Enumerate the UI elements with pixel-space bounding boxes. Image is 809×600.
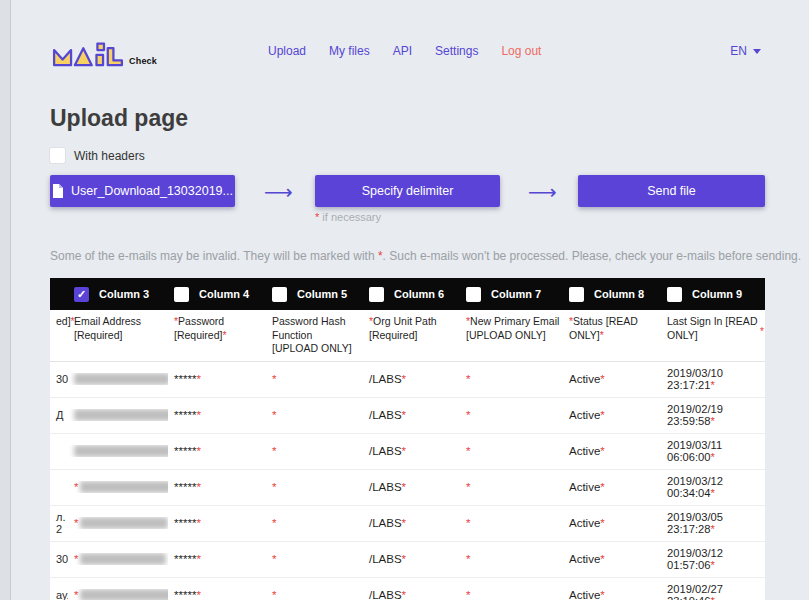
nav-item-api[interactable]: API (393, 44, 412, 58)
send-file-button[interactable]: Send file (578, 175, 765, 207)
required-asterisk: * (402, 373, 406, 385)
required-asterisk: * (466, 481, 470, 493)
nav-item-settings[interactable]: Settings (435, 44, 478, 58)
column-checkbox[interactable] (569, 287, 584, 302)
mail-logo-icon (50, 36, 126, 68)
password-cell: ****** (168, 445, 266, 457)
nav-item-logout[interactable]: Log out (501, 44, 541, 58)
specify-delimiter-button[interactable]: Specify delimiter (315, 175, 500, 207)
required-asterisk: * (600, 553, 604, 565)
password-value: ***** (174, 409, 196, 421)
last-sign-in-cell: 2019/02/19 23:59:58* (661, 403, 765, 427)
required-asterisk: * (272, 589, 276, 600)
with-headers-toggle[interactable]: With headers (50, 148, 145, 163)
password-cell: ****** (168, 553, 266, 565)
org-unit-value: /LABS (369, 445, 402, 457)
table-row: Д*******/LABS**Active*2019/02/19 23:59:5… (50, 398, 765, 434)
last-sign-in-cell: 2019/03/12 00:34:04* (661, 475, 765, 499)
column-checkbox[interactable] (369, 287, 384, 302)
main-nav: Upload My files API Settings Log out (268, 44, 541, 58)
column-checkbox[interactable]: ✓ (74, 287, 89, 302)
org-unit-value: /LABS (369, 553, 402, 565)
status-cell: Active* (563, 445, 661, 457)
password-value: ***** (174, 517, 196, 529)
required-asterisk: * (196, 517, 200, 529)
new-primary-email-cell: * (460, 517, 563, 529)
redacted-email (74, 445, 168, 457)
required-asterisk: * (272, 445, 276, 457)
column-toggle-7[interactable]: Column 7 (460, 287, 563, 302)
email-cell: * (68, 589, 168, 600)
new-primary-email-cell: * (460, 553, 563, 565)
column-checkbox[interactable] (272, 287, 287, 302)
column-checkbox[interactable] (667, 287, 682, 302)
clipped-column-fragment: 30 (50, 553, 68, 565)
redacted-email (74, 373, 168, 385)
required-asterisk: * (196, 553, 200, 565)
org-unit-value: /LABS (369, 481, 402, 493)
page-title: Upload page (50, 105, 188, 132)
logo[interactable]: Check (50, 36, 157, 68)
column-toggle-3[interactable]: ✓Column 3 (68, 287, 168, 302)
table-column-toggles: ✓Column 3Column 4Column 5Column 6Column … (50, 278, 765, 310)
status-value: Active (569, 589, 600, 600)
org-unit-cell: /LABS* (363, 517, 460, 529)
last-sign-in-cell: 2019/03/11 06:06:00* (661, 439, 765, 463)
nav-item-my-files[interactable]: My files (329, 44, 370, 58)
column-checkbox[interactable] (174, 287, 189, 302)
column-toggle-5[interactable]: Column 5 (266, 287, 363, 302)
password-cell: ****** (168, 481, 266, 493)
org-unit-cell: /LABS* (363, 481, 460, 493)
uploaded-file-button[interactable]: User_Download_13032019... (50, 175, 235, 207)
window-left-edge (0, 0, 11, 600)
new-primary-email-cell: * (460, 445, 563, 457)
status-value: Active (569, 481, 600, 493)
required-asterisk: * (402, 481, 406, 493)
with-headers-checkbox[interactable] (50, 148, 65, 163)
required-asterisk: * (402, 589, 406, 600)
if-necessary-note: * if necessary (315, 211, 381, 223)
email-cell (68, 409, 168, 421)
required-asterisk: * (272, 409, 276, 421)
language-selector[interactable]: EN (730, 44, 761, 58)
table-header-cell-7: Last Sign In [READ ONLY]* (661, 310, 765, 361)
status-cell: Active* (563, 409, 661, 421)
last-sign-in-cell: 2019/02/27 23:10:46* (661, 583, 765, 600)
required-asterisk: * (711, 559, 715, 571)
password-value: ***** (174, 445, 196, 457)
required-asterisk: * (600, 481, 604, 493)
status-cell: Active* (563, 517, 661, 529)
status-cell: Active* (563, 589, 661, 600)
column-toggle-label: Column 8 (594, 288, 644, 300)
table-header-label: New Primary Email [UPLOAD ONLY] (466, 315, 559, 341)
table-header-label: Last Sign In [READ ONLY] (667, 315, 757, 341)
table-header-cell-2: *Password [Required]* (168, 310, 266, 361)
password-hash-cell: * (266, 589, 363, 600)
password-hash-cell: * (266, 517, 363, 529)
column-toggle-4[interactable]: Column 4 (168, 287, 266, 302)
nav-item-upload[interactable]: Upload (268, 44, 306, 58)
column-toggle-6[interactable]: Column 6 (363, 287, 460, 302)
required-asterisk: * (196, 373, 200, 385)
status-cell: Active* (563, 553, 661, 565)
table-header-cell-3: Password Hash Function [UPLOAD ONLY] (266, 310, 363, 361)
table-row: л. 2********/LABS**Active*2019/03/05 23:… (50, 506, 765, 542)
new-primary-email-cell: * (460, 481, 563, 493)
required-asterisk: * (760, 325, 764, 338)
table-header-label: Password [Required] (174, 315, 224, 341)
password-hash-cell: * (266, 481, 363, 493)
column-checkbox[interactable] (466, 287, 481, 302)
required-asterisk: * (196, 409, 200, 421)
clipped-column-fragment: аул. (50, 589, 68, 600)
required-asterisk: * (600, 373, 604, 385)
password-hash-cell: * (266, 409, 363, 421)
column-toggle-9[interactable]: Column 9 (661, 287, 765, 302)
last-sign-in-cell: 2019/03/12 01:57:06* (661, 547, 765, 571)
required-asterisk: * (196, 481, 200, 493)
required-asterisk: * (711, 451, 715, 463)
required-asterisk: * (222, 329, 226, 341)
column-toggle-8[interactable]: Column 8 (563, 287, 661, 302)
org-unit-cell: /LABS* (363, 445, 460, 457)
required-asterisk: * (196, 445, 200, 457)
required-asterisk: * (272, 553, 276, 565)
